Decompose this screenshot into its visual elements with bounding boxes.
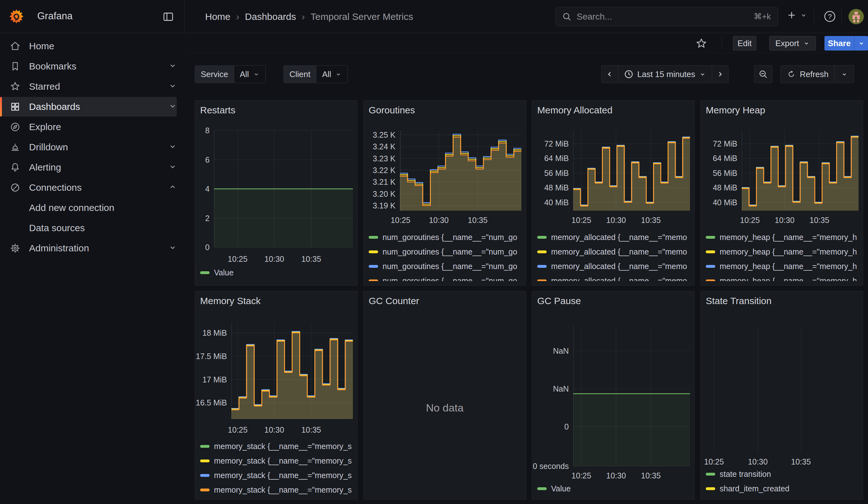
edit-button[interactable]: Edit bbox=[733, 36, 756, 51]
chevron-down-icon[interactable] bbox=[168, 244, 177, 253]
sidebar-item-dashboards[interactable]: Dashboards bbox=[0, 97, 177, 116]
legend-item[interactable]: memory_allocated {__name__="memo bbox=[537, 262, 691, 271]
legend-item[interactable]: num_goroutines {__name__="num_go bbox=[369, 277, 523, 281]
x-axis-tick-label: 10:35 bbox=[460, 216, 495, 225]
client-variable-value[interactable]: All bbox=[316, 66, 348, 83]
legend-series-marker bbox=[369, 265, 378, 268]
breadcrumb-item-temporal-server-metrics[interactable]: Temporal Server Metrics bbox=[311, 11, 413, 22]
client-variable-dropdown[interactable]: Client All bbox=[283, 65, 348, 83]
panel-title[interactable]: GC Counter bbox=[369, 296, 419, 306]
legend-item[interactable]: shard_item_created bbox=[706, 484, 860, 493]
legend-item[interactable]: memory_stack {__name__="memory_s bbox=[200, 442, 354, 451]
sidebar-toggle-icon[interactable] bbox=[162, 11, 174, 24]
legend-item[interactable]: memory_stack {__name__="memory_s bbox=[200, 457, 354, 465]
chart-plot-area[interactable] bbox=[400, 131, 521, 210]
time-range-picker[interactable]: Last 15 minutes bbox=[618, 66, 712, 83]
help-button[interactable]: ? bbox=[823, 9, 837, 25]
question-icon: ? bbox=[828, 13, 832, 21]
service-variable-value[interactable]: All bbox=[234, 66, 266, 83]
sidebar-item-administration[interactable]: Administration bbox=[0, 238, 177, 258]
search-placeholder: Search... bbox=[577, 12, 754, 22]
sidebar-item-starred[interactable]: Starred bbox=[0, 77, 177, 96]
sidebar-item-add-new-connection[interactable]: Add new connection bbox=[0, 198, 177, 218]
chart-plot-area[interactable] bbox=[707, 326, 859, 452]
chevron-up-icon[interactable] bbox=[168, 183, 177, 192]
panel-title[interactable]: Goroutines bbox=[369, 105, 415, 116]
add-menu-button[interactable] bbox=[786, 10, 807, 21]
chart-plot-area[interactable] bbox=[573, 326, 690, 466]
sidebar-item-data-sources[interactable]: Data sources bbox=[0, 218, 177, 238]
search-input[interactable]: Search... ⌘+k bbox=[556, 7, 778, 26]
chart-plot-area[interactable] bbox=[742, 131, 859, 210]
chevron-down-icon[interactable] bbox=[168, 82, 177, 91]
legend-item[interactable]: Value bbox=[200, 268, 354, 277]
panel-title[interactable]: GC Pause bbox=[537, 296, 581, 306]
legend-item[interactable]: memory_allocated {__name__="memo bbox=[537, 277, 691, 281]
legend-item[interactable]: memory_stack {__name__="memory_s bbox=[200, 471, 354, 480]
breadcrumb-item-dashboards[interactable]: Dashboards bbox=[245, 11, 296, 22]
x-axis-tick-label: 10:35 bbox=[294, 425, 329, 434]
sidebar-item-alerting[interactable]: Alerting bbox=[0, 157, 177, 177]
sidebar-item-bookmarks[interactable]: Bookmarks bbox=[0, 56, 177, 76]
legend-item[interactable]: Value bbox=[537, 484, 691, 493]
grafana-logo-icon[interactable] bbox=[9, 9, 24, 24]
y-axis-tick-label: 4 bbox=[195, 184, 209, 194]
legend-item[interactable]: memory_heap {__name__="memory_h bbox=[706, 262, 860, 271]
chevron-down-icon[interactable] bbox=[168, 102, 177, 112]
panel-title[interactable]: Memory Stack bbox=[200, 296, 261, 306]
legend-series-marker bbox=[369, 250, 378, 253]
chart-plot-area[interactable] bbox=[231, 323, 353, 419]
service-variable-dropdown[interactable]: Service All bbox=[195, 65, 266, 83]
sidebar-item-drilldown[interactable]: Drilldown bbox=[0, 137, 177, 157]
breadcrumb-separator: › bbox=[302, 11, 305, 22]
star-dashboard-button[interactable] bbox=[695, 36, 707, 51]
sidebar-item-home[interactable]: Home bbox=[0, 36, 177, 56]
time-shift-forward-button[interactable] bbox=[712, 66, 728, 83]
legend-item[interactable]: num_goroutines {__name__="num_go bbox=[369, 233, 523, 241]
breadcrumb: Home›Dashboards›Temporal Server Metrics bbox=[205, 11, 413, 22]
legend-item[interactable]: state transition bbox=[706, 470, 860, 479]
user-avatar[interactable] bbox=[848, 9, 864, 24]
legend-item[interactable]: num_goroutines {__name__="num_go bbox=[369, 248, 523, 256]
refresh-interval-button[interactable] bbox=[834, 66, 854, 83]
time-shift-back-button[interactable] bbox=[602, 66, 618, 83]
legend-item[interactable]: memory_heap {__name__="memory_h bbox=[706, 248, 860, 256]
x-axis-tick-label: 10:30 bbox=[599, 216, 633, 225]
zoom-out-button[interactable] bbox=[754, 65, 772, 83]
panel-title[interactable]: Memory Allocated bbox=[537, 105, 612, 116]
bookmark-icon bbox=[9, 61, 21, 72]
panel-title[interactable]: State Transition bbox=[706, 296, 772, 306]
refresh-button[interactable]: Refresh bbox=[781, 66, 834, 83]
export-button[interactable]: Export bbox=[769, 36, 816, 51]
chevron-down-icon bbox=[841, 71, 848, 78]
chart-plot-area[interactable] bbox=[573, 131, 690, 210]
chevron-down-icon[interactable] bbox=[168, 62, 177, 71]
legend-item[interactable]: memory_heap {__name__="memory_h bbox=[706, 233, 860, 241]
breadcrumb-item-home[interactable]: Home bbox=[205, 11, 230, 22]
legend-item[interactable]: memory_allocated {__name__="memo bbox=[537, 233, 691, 241]
legend-series-marker bbox=[706, 236, 715, 239]
legend-item[interactable]: num_goroutines {__name__="num_go bbox=[369, 262, 523, 271]
y-axis-tick-label: 48 MiB bbox=[701, 183, 737, 192]
y-axis-tick-label: 18 MiB bbox=[195, 328, 227, 338]
breadcrumb-separator: › bbox=[236, 11, 239, 22]
compass-icon bbox=[9, 121, 21, 133]
chevron-down-icon[interactable] bbox=[168, 142, 177, 152]
share-button-group: Share bbox=[825, 36, 868, 51]
sidebar-item-connections[interactable]: Connections bbox=[0, 178, 177, 197]
chevron-down-icon[interactable] bbox=[168, 163, 177, 172]
legend-item[interactable]: memory_allocated {__name__="memo bbox=[537, 248, 691, 256]
panel-title[interactable]: Memory Heap bbox=[706, 105, 765, 116]
panel-legend: Value bbox=[537, 484, 691, 499]
y-axis-tick-label: 56 MiB bbox=[532, 169, 569, 178]
chart-plot-area[interactable] bbox=[214, 131, 353, 247]
legend-item[interactable]: memory_stack {__name__="memory_s bbox=[200, 486, 354, 494]
sidebar-item-explore[interactable]: Explore bbox=[0, 117, 177, 137]
share-options-button[interactable] bbox=[854, 36, 868, 51]
share-button[interactable]: Share bbox=[825, 36, 854, 51]
sidebar-item-label: Add new connection bbox=[29, 203, 114, 213]
caret-right-icon bbox=[716, 70, 724, 78]
panel-title[interactable]: Restarts bbox=[200, 105, 236, 116]
legend-item[interactable]: memory_heap {__name__="memory_h bbox=[706, 277, 860, 281]
x-axis-tick-label: 10:25 bbox=[733, 216, 767, 225]
